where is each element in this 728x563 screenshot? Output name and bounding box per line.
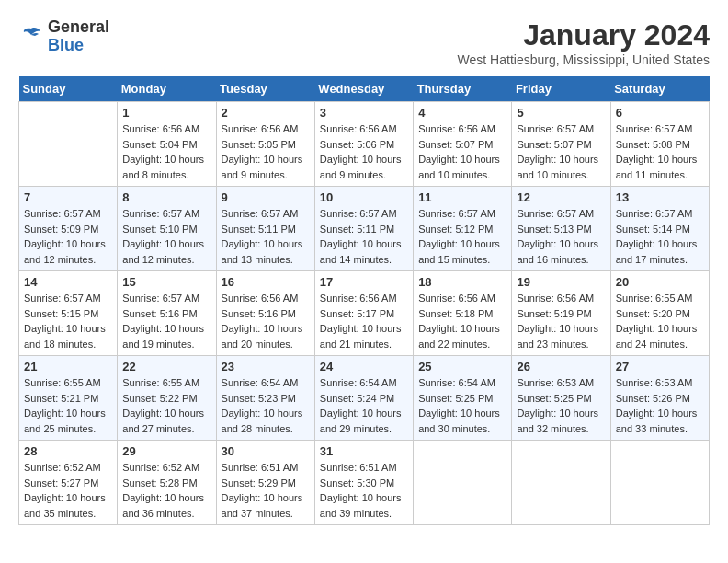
sunrise-text: Sunrise: 6:56 AM: [222, 121, 310, 137]
calendar-cell: 6 Sunrise: 6:57 AM Sunset: 5:08 PM Dayli…: [610, 102, 709, 187]
weekday-header-row: SundayMondayTuesdayWednesdayThursdayFrid…: [19, 76, 710, 102]
calendar-cell: 23 Sunrise: 6:54 AM Sunset: 5:23 PM Dayl…: [216, 356, 314, 441]
sunrise-text: Sunrise: 6:57 AM: [418, 206, 506, 222]
day-number: 19: [517, 275, 605, 289]
calendar-week-row: 14 Sunrise: 6:57 AM Sunset: 5:15 PM Dayl…: [19, 271, 710, 356]
calendar-cell: 7 Sunrise: 6:57 AM Sunset: 5:09 PM Dayli…: [19, 187, 118, 271]
calendar-cell: 27 Sunrise: 6:53 AM Sunset: 5:26 PM Dayl…: [610, 356, 709, 441]
sunset-text: Sunset: 5:16 PM: [122, 306, 210, 322]
day-number: 31: [320, 444, 408, 458]
day-info: Sunrise: 6:51 AM Sunset: 5:30 PM Dayligh…: [320, 460, 408, 521]
day-number: 15: [122, 275, 210, 289]
day-number: 3: [320, 106, 408, 120]
day-number: 7: [24, 190, 112, 204]
day-number: 10: [320, 190, 408, 204]
calendar-week-row: 7 Sunrise: 6:57 AM Sunset: 5:09 PM Dayli…: [19, 187, 710, 271]
day-number: 17: [320, 275, 408, 289]
daylight-text: Daylight: 10 hours and 22 minutes.: [418, 321, 506, 351]
sunset-text: Sunset: 5:21 PM: [24, 391, 112, 407]
weekday-header-monday: Monday: [118, 76, 216, 102]
day-info: Sunrise: 6:56 AM Sunset: 5:17 PM Dayligh…: [320, 291, 408, 351]
calendar-cell: 30 Sunrise: 6:51 AM Sunset: 5:29 PM Dayl…: [216, 441, 314, 525]
daylight-text: Daylight: 10 hours and 9 minutes.: [320, 152, 408, 182]
sunrise-text: Sunrise: 6:53 AM: [616, 375, 704, 391]
weekday-header-friday: Friday: [512, 76, 610, 102]
day-info: Sunrise: 6:57 AM Sunset: 5:15 PM Dayligh…: [24, 291, 112, 351]
daylight-text: Daylight: 10 hours and 32 minutes.: [517, 406, 605, 436]
day-number: 2: [222, 106, 310, 120]
sunrise-text: Sunrise: 6:57 AM: [122, 206, 210, 222]
daylight-text: Daylight: 10 hours and 15 minutes.: [418, 236, 506, 267]
sunset-text: Sunset: 5:11 PM: [320, 222, 408, 237]
calendar-week-row: 1 Sunrise: 6:56 AM Sunset: 5:04 PM Dayli…: [19, 102, 710, 187]
calendar-cell: 17 Sunrise: 6:56 AM Sunset: 5:17 PM Dayl…: [314, 271, 413, 356]
sunrise-text: Sunrise: 6:55 AM: [616, 291, 704, 306]
calendar-cell: 18 Sunrise: 6:56 AM Sunset: 5:18 PM Dayl…: [414, 271, 512, 356]
day-info: Sunrise: 6:56 AM Sunset: 5:04 PM Dayligh…: [122, 121, 210, 182]
day-number: 30: [222, 444, 310, 458]
daylight-text: Daylight: 10 hours and 12 minutes.: [24, 236, 112, 267]
calendar-table: SundayMondayTuesdayWednesdayThursdayFrid…: [18, 76, 710, 525]
daylight-text: Daylight: 10 hours and 10 minutes.: [418, 152, 506, 182]
calendar-cell: 24 Sunrise: 6:54 AM Sunset: 5:24 PM Dayl…: [314, 356, 413, 441]
day-number: 24: [320, 360, 408, 373]
day-number: 20: [616, 275, 704, 289]
daylight-text: Daylight: 10 hours and 10 minutes.: [517, 152, 605, 182]
sunset-text: Sunset: 5:07 PM: [517, 137, 605, 153]
day-number: 26: [517, 360, 605, 373]
day-number: 12: [517, 190, 605, 204]
sunrise-text: Sunrise: 6:53 AM: [517, 375, 605, 391]
day-number: 28: [24, 444, 112, 458]
day-info: Sunrise: 6:54 AM Sunset: 5:24 PM Dayligh…: [320, 375, 408, 436]
calendar-cell: 3 Sunrise: 6:56 AM Sunset: 5:06 PM Dayli…: [314, 102, 413, 187]
day-info: Sunrise: 6:57 AM Sunset: 5:10 PM Dayligh…: [122, 206, 210, 267]
calendar-cell: 21 Sunrise: 6:55 AM Sunset: 5:21 PM Dayl…: [19, 356, 118, 441]
day-info: Sunrise: 6:57 AM Sunset: 5:11 PM Dayligh…: [222, 206, 310, 267]
logo-icon: [18, 24, 44, 50]
day-number: 16: [222, 275, 310, 289]
sunrise-text: Sunrise: 6:56 AM: [122, 121, 210, 137]
day-info: Sunrise: 6:55 AM Sunset: 5:20 PM Dayligh…: [616, 291, 704, 351]
page-header: General Blue January 2024 West Hattiesbu…: [18, 18, 710, 67]
calendar-week-row: 28 Sunrise: 6:52 AM Sunset: 5:27 PM Dayl…: [19, 441, 710, 525]
calendar-cell: [512, 441, 610, 525]
daylight-text: Daylight: 10 hours and 20 minutes.: [222, 321, 310, 351]
sunrise-text: Sunrise: 6:57 AM: [24, 206, 112, 222]
day-number: 11: [418, 190, 506, 204]
day-info: Sunrise: 6:57 AM Sunset: 5:12 PM Dayligh…: [418, 206, 506, 267]
day-info: Sunrise: 6:56 AM Sunset: 5:19 PM Dayligh…: [517, 291, 605, 351]
day-number: 23: [222, 360, 310, 373]
calendar-cell: 31 Sunrise: 6:51 AM Sunset: 5:30 PM Dayl…: [314, 441, 413, 525]
sunrise-text: Sunrise: 6:54 AM: [320, 375, 408, 391]
day-number: 13: [616, 190, 704, 204]
sunrise-text: Sunrise: 6:56 AM: [320, 291, 408, 306]
calendar-cell: 10 Sunrise: 6:57 AM Sunset: 5:11 PM Dayl…: [314, 187, 413, 271]
day-info: Sunrise: 6:57 AM Sunset: 5:08 PM Dayligh…: [616, 121, 704, 182]
sunrise-text: Sunrise: 6:56 AM: [320, 121, 408, 137]
weekday-header-sunday: Sunday: [19, 76, 118, 102]
daylight-text: Daylight: 10 hours and 21 minutes.: [320, 321, 408, 351]
day-number: 6: [616, 106, 704, 120]
day-number: 29: [122, 444, 210, 458]
month-title: January 2024: [458, 18, 710, 52]
day-info: Sunrise: 6:57 AM Sunset: 5:13 PM Dayligh…: [517, 206, 605, 267]
day-info: Sunrise: 6:55 AM Sunset: 5:21 PM Dayligh…: [24, 375, 112, 436]
weekday-header-thursday: Thursday: [414, 76, 512, 102]
daylight-text: Daylight: 10 hours and 16 minutes.: [517, 236, 605, 267]
day-number: 14: [24, 275, 112, 289]
calendar-cell: 13 Sunrise: 6:57 AM Sunset: 5:14 PM Dayl…: [610, 187, 709, 271]
calendar-cell: 4 Sunrise: 6:56 AM Sunset: 5:07 PM Dayli…: [414, 102, 512, 187]
calendar-cell: 2 Sunrise: 6:56 AM Sunset: 5:05 PM Dayli…: [216, 102, 314, 187]
weekday-header-wednesday: Wednesday: [314, 76, 413, 102]
sunrise-text: Sunrise: 6:57 AM: [517, 206, 605, 222]
calendar-cell: [414, 441, 512, 525]
daylight-text: Daylight: 10 hours and 37 minutes.: [222, 490, 310, 521]
daylight-text: Daylight: 10 hours and 14 minutes.: [320, 236, 408, 267]
sunset-text: Sunset: 5:10 PM: [122, 222, 210, 237]
day-info: Sunrise: 6:57 AM Sunset: 5:11 PM Dayligh…: [320, 206, 408, 267]
day-number: 18: [418, 275, 506, 289]
calendar-cell: [610, 441, 709, 525]
calendar-cell: 28 Sunrise: 6:52 AM Sunset: 5:27 PM Dayl…: [19, 441, 118, 525]
day-info: Sunrise: 6:56 AM Sunset: 5:16 PM Dayligh…: [222, 291, 310, 351]
calendar-cell: 29 Sunrise: 6:52 AM Sunset: 5:28 PM Dayl…: [118, 441, 216, 525]
